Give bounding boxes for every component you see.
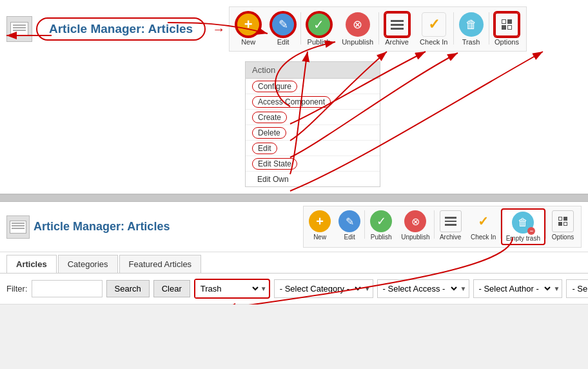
emptytrash-button-bottom[interactable]: 🗑 − Empty trash — [501, 208, 545, 245]
page-icon-top — [6, 16, 32, 42]
new-label-top: New — [241, 38, 255, 46]
checkin-button-bottom[interactable]: ✓ Check In — [467, 208, 500, 243]
toolbar-bottom: + New ✎ Edit ✓ Publish ⊗ Unpublish — [303, 206, 582, 248]
options-label-bottom: Options — [552, 234, 574, 241]
action-row-access[interactable]: Access Component — [246, 94, 380, 110]
unpublish-label-bottom: Unpublish — [401, 234, 429, 241]
page-title-bottom: Article Manager: Articles — [34, 220, 170, 234]
archive-button-bottom[interactable]: Archive — [435, 208, 467, 243]
clear-button[interactable]: Clear — [153, 280, 190, 297]
options-button-top[interactable]: Options — [489, 10, 525, 48]
new-label-bottom: New — [313, 234, 326, 241]
status-select[interactable]: Trash Published Unpublished — [195, 280, 260, 297]
tab-featured[interactable]: Featured Articles — [119, 255, 202, 273]
access-badge: Access Component — [252, 96, 331, 108]
edit-badge: Edit — [252, 143, 277, 154]
author-select[interactable]: - Select Author - — [474, 280, 553, 297]
publish-label-top: Publish — [308, 38, 331, 46]
access-select-wrapper: - Select Access - ▼ — [377, 279, 469, 298]
edit-label-top: Edit — [277, 38, 289, 46]
edit-button-bottom[interactable]: ✎ Edit — [335, 208, 364, 243]
language-select[interactable]: - Select Language - — [567, 280, 588, 297]
trash-button-top[interactable]: 🗑 Trash — [454, 10, 489, 48]
action-row-editown[interactable]: Edit Own — [246, 172, 380, 186]
options-button-bottom[interactable]: Options — [546, 208, 580, 243]
filter-input[interactable] — [32, 280, 103, 297]
toolbar-top: + New ✎ Edit ✓ Publish ⊗ Unpublish — [229, 6, 526, 52]
top-diagram-section: Article Manager: Articles → + New ✎ Edit — [0, 0, 588, 194]
author-select-wrapper: - Select Author - ▼ — [473, 279, 563, 298]
action-row-configure[interactable]: Configure — [246, 79, 380, 94]
publish-button-bottom[interactable]: ✓ Publish — [365, 208, 397, 243]
access-select[interactable]: - Select Access - — [378, 280, 459, 297]
filter-label: Filter: — [6, 284, 28, 294]
archive-label-top: Archive — [385, 38, 409, 46]
search-button[interactable]: Search — [106, 280, 150, 297]
edit-button-top[interactable]: ✎ Edit — [266, 10, 300, 48]
action-row-editstate[interactable]: Edit State — [246, 156, 380, 172]
options-label-top: Options — [495, 38, 519, 46]
status-select-wrapper: Trash Published Unpublished ▼ — [194, 279, 270, 299]
tab-articles[interactable]: Articles — [6, 255, 57, 273]
checkin-label-bottom: Check In — [471, 234, 496, 241]
page-title-top: Article Manager: Articles — [36, 17, 206, 41]
archive-button-top[interactable]: Archive — [379, 10, 415, 48]
edit-label-bottom: Edit — [344, 234, 355, 241]
action-row-create[interactable]: Create — [246, 110, 380, 125]
action-table: Action Configure Access Component Create… — [245, 61, 380, 187]
tabs-row: Articles Categories Featured Articles — [0, 255, 588, 274]
configure-badge: Configure — [252, 81, 297, 92]
unpublish-button-bottom[interactable]: ⊗ Unpublish — [397, 208, 433, 243]
delete-badge: Delete — [252, 127, 286, 139]
bottom-diagram-section: Article Manager: Articles + New ✎ Edit ✓ — [0, 202, 588, 304]
tab-categories[interactable]: Categories — [58, 255, 118, 273]
checkin-label-top: Check In — [420, 38, 447, 46]
new-button-top[interactable]: + New — [231, 10, 266, 48]
publish-button-top[interactable]: ✓ Publish — [301, 10, 337, 48]
editstate-badge: Edit State — [252, 158, 297, 170]
access-select-arrow: ▼ — [459, 285, 469, 292]
action-row-edit[interactable]: Edit — [246, 141, 380, 156]
trash-label-top: Trash — [462, 38, 480, 46]
category-select-wrapper: - Select Category - ▼ — [274, 279, 373, 298]
new-button-bottom[interactable]: + New — [305, 208, 335, 243]
unpublish-button-top[interactable]: ⊗ Unpublish — [337, 10, 378, 48]
author-select-arrow: ▼ — [553, 285, 562, 292]
category-select[interactable]: - Select Category - — [275, 280, 363, 297]
create-badge: Create — [252, 112, 287, 123]
category-select-arrow: ▼ — [363, 285, 373, 292]
status-select-arrow: ▼ — [260, 285, 269, 292]
archive-label-bottom: Archive — [440, 234, 461, 241]
emptytrash-label-bottom: Empty trash — [506, 235, 540, 242]
page-icon-bottom — [6, 215, 30, 239]
publish-label-bottom: Publish — [371, 234, 392, 241]
bottom-toolbar-row: Article Manager: Articles + New ✎ Edit ✓ — [0, 202, 588, 252]
editown-text: Edit Own — [252, 175, 289, 184]
language-select-wrapper: - Select Language - — [566, 279, 588, 298]
unpublish-label-top: Unpublish — [342, 38, 373, 46]
section-separator — [0, 194, 588, 202]
action-row-delete[interactable]: Delete — [246, 125, 380, 141]
arrow-to-toolbar: → — [212, 22, 225, 37]
filter-row: Filter: Search Clear Trash Published Unp… — [0, 274, 588, 304]
checkin-button-top[interactable]: ✓ Check In — [415, 10, 453, 48]
action-header: Action — [246, 62, 380, 79]
